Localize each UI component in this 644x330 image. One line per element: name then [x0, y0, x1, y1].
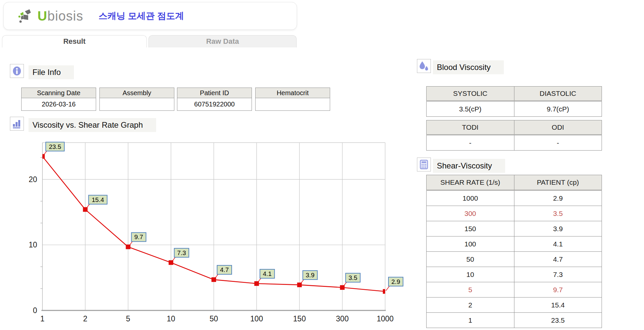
- tab-result[interactable]: Result: [2, 35, 147, 47]
- bar-chart-icon: [12, 119, 22, 129]
- field-value: [256, 98, 330, 111]
- table-row: 150 3.9: [427, 221, 602, 236]
- field-label: Scanning Date: [22, 88, 96, 98]
- blood-viscosity-icon-box: [417, 59, 431, 73]
- svg-text:1000: 1000: [377, 314, 393, 323]
- shear-rate-column-header: SHEAR RATE (1/s): [427, 175, 514, 190]
- svg-text:100: 100: [250, 314, 263, 323]
- svg-text:4.7: 4.7: [220, 266, 229, 273]
- odi-value: -: [514, 135, 602, 151]
- odi-header: ODI: [514, 120, 602, 135]
- shear-viscosity-table: SHEAR RATE (1/s) PATIENT (cp) 1000 2.9 3…: [426, 175, 602, 328]
- table-row: 100 4.1: [427, 236, 602, 252]
- svg-text:50: 50: [209, 314, 218, 323]
- blood-viscosity-index-table: TODI ODI - -: [426, 120, 602, 151]
- svg-text:20: 20: [29, 175, 37, 184]
- table-row-highlight: 300 3.5: [427, 206, 602, 221]
- file-info-icon-box: [10, 64, 24, 78]
- field-value: 60751922000: [177, 98, 252, 111]
- file-info-patient-id: Patient ID 60751922000: [177, 88, 252, 111]
- table-row-highlight: 5 9.7: [427, 282, 602, 297]
- table-row: 2 15.4: [427, 297, 602, 313]
- table-row: 1000 2.9: [427, 190, 602, 206]
- field-value: [100, 98, 174, 111]
- svg-text:4.1: 4.1: [263, 270, 271, 277]
- viscosity-shear-rate-chart: 010201251050100150300100023.515.49.77.34…: [13, 139, 434, 330]
- file-info-assembly: Assembly: [99, 88, 174, 111]
- blood-viscosity-pressure-table: SYSTOLIC DIASTOLIC 3.5(cP) 9.7(cP): [426, 86, 602, 117]
- blood-viscosity-title: Blood Viscosity: [433, 60, 504, 74]
- svg-text:300: 300: [336, 314, 349, 323]
- field-label: Patient ID: [177, 88, 252, 98]
- diastolic-value: 9.7(cP): [514, 101, 602, 117]
- systolic-header: SYSTOLIC: [427, 87, 514, 101]
- svg-text:1: 1: [40, 314, 45, 323]
- graph-icon-box: [10, 117, 24, 131]
- blood-drops-icon: [419, 61, 429, 71]
- file-info-hematocrit: Hematocrit: [255, 88, 330, 111]
- svg-text:5: 5: [126, 314, 130, 323]
- ubiosis-leaf-icon: [18, 8, 35, 24]
- todi-header: TODI: [427, 120, 514, 135]
- svg-text:3.9: 3.9: [306, 272, 314, 279]
- svg-text:23.5: 23.5: [49, 143, 61, 150]
- calculator-icon: [419, 160, 429, 169]
- patient-column-header: PATIENT (cp): [514, 175, 602, 190]
- svg-text:10: 10: [167, 314, 175, 323]
- svg-text:3.5: 3.5: [349, 274, 357, 281]
- file-info-scanning-date: Scanning Date 2026-03-16: [21, 88, 96, 111]
- table-row: 50 4.7: [427, 252, 602, 267]
- brand-name: Ubiosis: [37, 9, 83, 23]
- info-icon: [12, 66, 22, 76]
- graph-title: Viscosity vs. Shear Rate Graph: [29, 118, 156, 132]
- tab-raw-data[interactable]: Raw Data: [148, 35, 297, 47]
- svg-text:2.9: 2.9: [391, 278, 400, 285]
- systolic-value: 3.5(cP): [427, 101, 514, 117]
- file-info-title: File Info: [29, 65, 74, 79]
- app-title: 스캐닝 모세관 점도계: [98, 10, 184, 22]
- svg-text:7.3: 7.3: [177, 249, 186, 256]
- field-value: 2026-03-16: [22, 98, 96, 111]
- svg-text:2: 2: [83, 314, 88, 323]
- shear-viscosity-title: Shear-Viscosity: [433, 159, 505, 173]
- svg-text:0: 0: [33, 306, 37, 315]
- svg-text:150: 150: [293, 314, 306, 323]
- svg-text:15.4: 15.4: [92, 196, 104, 203]
- field-label: Hematocrit: [256, 88, 330, 98]
- svg-text:9.7: 9.7: [134, 233, 143, 240]
- table-row: 10 7.3: [427, 267, 602, 282]
- app-header: Ubiosis 스캐닝 모세관 점도계: [3, 2, 297, 30]
- todi-value: -: [427, 135, 514, 151]
- svg-text:10: 10: [29, 240, 37, 249]
- ubiosis-logo: Ubiosis: [18, 8, 83, 24]
- diastolic-header: DIASTOLIC: [514, 87, 602, 101]
- field-label: Assembly: [100, 88, 174, 98]
- table-row: 1 23.5: [427, 313, 602, 328]
- shear-viscosity-icon-box: [417, 158, 431, 171]
